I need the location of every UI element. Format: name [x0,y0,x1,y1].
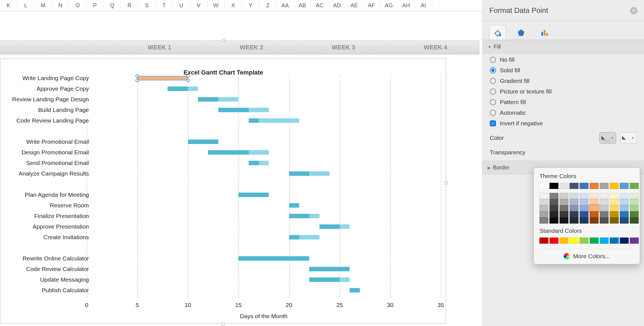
column-header[interactable]: AF [363,0,380,11]
gantt-bar[interactable] [238,256,309,261]
gantt-bar[interactable] [188,140,218,144]
color-swatch[interactable] [539,211,548,217]
invert-if-negative[interactable]: ✓Invert if negative [490,120,637,127]
color-swatch[interactable] [580,199,589,205]
gantt-bar[interactable] [289,214,319,218]
negative-fill-color-button[interactable]: ▼ [620,132,637,143]
gantt-bar[interactable] [350,288,360,293]
section-fill-header[interactable]: ▼ Fill [483,40,644,54]
color-swatch[interactable] [580,217,589,224]
column-header[interactable]: V [190,0,207,11]
column-header[interactable]: K [0,0,17,11]
gantt-bar[interactable] [289,171,330,176]
color-swatch[interactable] [600,193,609,199]
color-swatch[interactable] [570,199,578,205]
color-swatch[interactable] [630,205,639,211]
color-swatch[interactable] [620,199,629,205]
color-swatch[interactable] [610,193,619,199]
column-header[interactable]: W [207,0,225,11]
color-swatch[interactable] [549,199,558,205]
color-swatch[interactable] [560,217,568,224]
tab-fill-line[interactable] [489,25,506,40]
color-swatch[interactable] [630,211,639,217]
fill-option[interactable]: Gradient fill [490,78,637,84]
color-swatch[interactable] [560,238,568,244]
bar-selection-handle[interactable] [186,74,190,78]
color-swatch[interactable] [539,217,548,224]
color-swatch[interactable] [539,193,548,199]
color-swatch[interactable] [560,205,568,211]
color-swatch[interactable] [590,199,599,205]
color-swatch[interactable] [600,211,609,217]
column-header[interactable]: AH [398,0,415,11]
bar-selection-handle[interactable] [186,79,190,82]
color-swatch[interactable] [590,193,599,199]
color-swatch[interactable] [549,217,558,224]
gantt-bar[interactable] [309,277,350,282]
fill-option[interactable]: Solid fill [490,67,637,74]
fill-option[interactable]: Picture or texture fill [490,88,637,95]
color-swatch[interactable] [600,217,609,224]
color-swatch[interactable] [580,205,589,211]
color-swatch[interactable] [580,211,589,217]
column-header[interactable]: O [69,0,86,11]
chart-container[interactable]: WEEK 1WEEK 2WEEK 3WEEK 4 Excel Gantt Cha… [0,14,480,321]
color-swatch[interactable] [590,183,599,189]
color-swatch[interactable] [600,183,609,189]
color-swatch[interactable] [539,199,548,205]
column-header[interactable]: M [35,0,52,11]
tab-series-options[interactable] [536,25,553,40]
close-icon[interactable]: ✕ [630,7,637,14]
color-swatch[interactable] [610,217,619,224]
color-swatch[interactable] [560,211,568,217]
color-swatch[interactable] [630,183,639,189]
column-header[interactable]: R [121,0,138,11]
color-swatch[interactable] [600,238,609,244]
color-swatch[interactable] [580,193,589,199]
color-swatch[interactable] [549,205,558,211]
column-header[interactable]: AD [328,0,346,11]
color-swatch[interactable] [620,217,629,224]
color-swatch[interactable] [600,199,609,205]
color-swatch[interactable] [539,238,548,244]
color-swatch[interactable] [549,193,558,199]
column-header[interactable]: AC [311,0,328,11]
color-swatch[interactable] [570,211,578,217]
gantt-bar[interactable] [137,76,188,80]
column-header[interactable]: AE [346,0,363,11]
gantt-bar[interactable] [309,267,350,271]
color-swatch[interactable] [590,217,599,224]
gantt-bar[interactable] [289,203,299,208]
plot-area[interactable] [87,74,441,298]
color-swatch[interactable] [590,205,599,211]
column-header[interactable]: N [52,0,69,11]
color-swatch[interactable] [580,183,589,189]
gantt-bar[interactable] [249,118,299,123]
gantt-bar[interactable] [168,87,198,91]
color-swatch[interactable] [630,199,639,205]
color-swatch[interactable] [560,199,568,205]
color-swatch[interactable] [590,238,599,244]
color-swatch[interactable] [620,211,629,217]
color-swatch[interactable] [570,217,578,224]
column-header[interactable]: L [17,0,35,11]
color-swatch[interactable] [610,211,619,217]
gantt-bar[interactable] [289,235,319,239]
color-swatch[interactable] [549,238,558,244]
color-swatch[interactable] [570,238,578,244]
gantt-bar[interactable] [198,97,238,102]
column-header[interactable]: X [225,0,242,11]
color-swatch[interactable] [580,238,589,244]
color-picker-popover[interactable]: Theme Colors Standard Colors More Colors… [534,167,640,264]
fill-option[interactable]: Pattern fill [490,99,637,106]
gantt-chart[interactable]: Excel Gantt Chart Template Days of the M… [0,59,446,324]
column-header[interactable]: AB [294,0,311,11]
color-swatch[interactable] [610,183,619,189]
color-swatch[interactable] [620,183,629,189]
color-swatch[interactable] [610,199,619,205]
column-header[interactable]: AG [380,0,398,11]
gantt-bar[interactable] [249,161,269,165]
color-swatch[interactable] [620,238,629,244]
color-swatch[interactable] [539,205,548,211]
fill-option[interactable]: No fill [490,56,637,63]
